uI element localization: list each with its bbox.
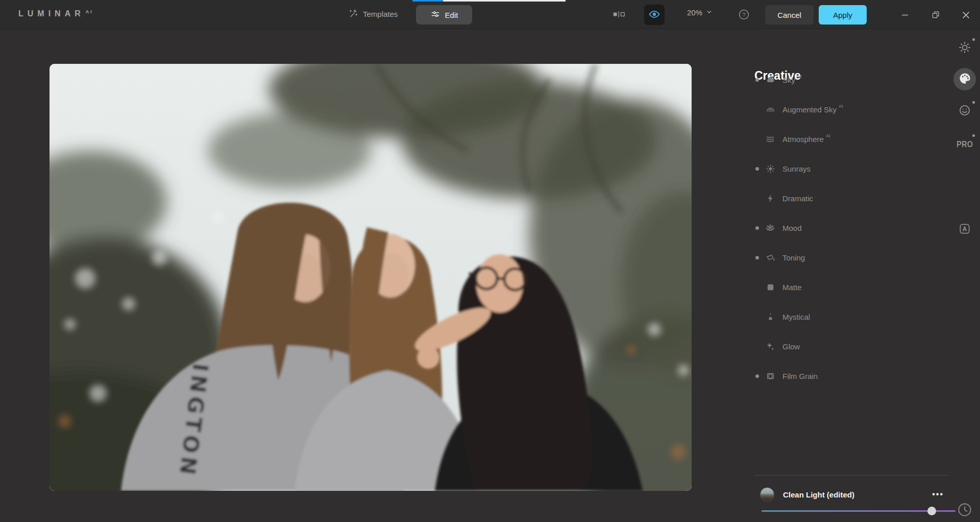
- footer-divider: [754, 475, 948, 476]
- template-options-button[interactable]: •••: [932, 490, 944, 499]
- rainbow-icon: [765, 104, 776, 115]
- paint-bucket-icon: [765, 252, 776, 263]
- slider-track: [762, 510, 955, 512]
- ai-badge: AI: [826, 133, 830, 138]
- panel-item-label: Matte: [782, 283, 802, 292]
- compare-icon: [612, 9, 626, 21]
- rail-item-professional[interactable]: PRO: [953, 133, 976, 156]
- lightning-icon: [765, 193, 776, 204]
- help-button[interactable]: ?: [738, 9, 750, 22]
- sparkle-icon: [765, 341, 776, 352]
- header-bar: LUMINARAI Templates Edit: [0, 0, 980, 29]
- sliders-icon: [430, 9, 440, 21]
- creative-panel: Sky AI Augmented Sky AI Atmosphere AI Su…: [753, 65, 922, 391]
- zoom-level: 20%: [687, 8, 702, 17]
- photo-canvas[interactable]: INGTON: [50, 64, 692, 491]
- edited-indicator-dot: [755, 167, 759, 171]
- face-icon: [958, 104, 971, 119]
- edited-indicator-dot: [755, 374, 759, 378]
- logo-text: LUMINAR: [18, 9, 85, 18]
- help-icon: ?: [738, 9, 750, 22]
- candle-icon: [765, 311, 776, 322]
- notification-dot: [972, 101, 975, 104]
- preview-eye-button[interactable]: [644, 5, 665, 25]
- panel-item-label: Sunrays: [782, 164, 811, 173]
- ai-badge: AI: [839, 104, 843, 109]
- template-name: Clean Light (edited): [783, 490, 854, 499]
- photo-three-women: INGTON: [50, 64, 692, 491]
- panel-item-film-grain[interactable]: Film Grain: [753, 361, 922, 391]
- applied-template-row: Clean Light (edited) •••: [760, 486, 944, 503]
- edit-tab[interactable]: Edit: [416, 5, 472, 25]
- svg-text:?: ?: [742, 12, 745, 18]
- waves-icon: [765, 133, 776, 145]
- panel-item-label: Augmented Sky: [782, 105, 837, 114]
- notification-dot: [972, 134, 975, 137]
- panel-item-toning[interactable]: Toning: [753, 243, 922, 272]
- rail-item-local-adjustments[interactable]: [953, 219, 976, 241]
- panel-item-mood[interactable]: Mood: [753, 213, 922, 243]
- ai-badge: AI: [797, 74, 802, 79]
- template-thumbnail[interactable]: [760, 487, 774, 502]
- magic-wand-icon: [348, 8, 358, 20]
- palette-icon: [958, 72, 972, 87]
- sun-rays-icon: [765, 163, 776, 174]
- chevron-down-icon: [706, 8, 713, 17]
- pro-icon: PRO: [957, 139, 973, 150]
- panel-item-label: Toning: [782, 253, 805, 262]
- panel-item-label: Mood: [782, 224, 802, 232]
- close-button[interactable]: [958, 7, 973, 22]
- panel-item-label: Mystical: [782, 313, 810, 321]
- rail-item-creative[interactable]: [953, 68, 976, 90]
- panel-item-dramatic[interactable]: Dramatic: [753, 183, 922, 213]
- workspace: INGTON: [0, 29, 980, 522]
- rail-item-history[interactable]: [953, 500, 976, 522]
- notification-dot: [972, 38, 975, 41]
- edited-indicator-dot: [755, 256, 759, 259]
- maximize-button[interactable]: [928, 7, 943, 22]
- eye-icon: [648, 8, 660, 22]
- panel-item-atmosphere[interactable]: Atmosphere AI: [753, 124, 922, 154]
- panel-item-label: Film Grain: [782, 372, 818, 381]
- lotus-icon: [765, 222, 776, 233]
- templates-tab[interactable]: Templates: [348, 8, 398, 20]
- panel-item-label: Dramatic: [782, 194, 813, 203]
- progress-fill: [412, 0, 443, 2]
- square-icon: [765, 281, 776, 293]
- cloud-icon: [765, 74, 776, 85]
- logo-ai-sup: AI: [86, 9, 93, 14]
- edited-indicator-dot: [755, 78, 759, 82]
- a-square-icon: [958, 222, 971, 238]
- sun-icon: [958, 41, 971, 56]
- panel-item-label: Glow: [782, 342, 800, 351]
- rail-item-portrait[interactable]: [953, 100, 976, 123]
- panel-item-label: Atmosphere: [782, 135, 824, 144]
- clock-icon: [956, 501, 973, 520]
- templates-label: Templates: [363, 10, 398, 18]
- film-icon: [765, 370, 776, 382]
- slider-thumb[interactable]: [927, 507, 936, 515]
- cancel-button[interactable]: Cancel: [765, 5, 814, 25]
- panel-item-sky[interactable]: Sky AI: [753, 65, 922, 94]
- rail-item-essentials[interactable]: [953, 37, 976, 60]
- panel-item-glow[interactable]: Glow: [753, 331, 922, 361]
- template-amount-slider[interactable]: [762, 507, 955, 515]
- zoom-control[interactable]: 20%: [687, 8, 713, 17]
- panel-item-matte[interactable]: Matte: [753, 272, 922, 302]
- edit-label: Edit: [445, 11, 458, 19]
- panel-item-label: Sky: [782, 76, 795, 84]
- panel-item-augmented-sky[interactable]: Augmented Sky AI: [753, 94, 922, 124]
- top-progress-bar: [412, 0, 566, 2]
- panel-item-mystical[interactable]: Mystical: [753, 302, 922, 331]
- panel-item-sunrays[interactable]: Sunrays: [753, 154, 922, 183]
- app-logo: LUMINARAI: [18, 9, 93, 18]
- minimize-button[interactable]: [897, 7, 913, 22]
- apply-button[interactable]: Apply: [819, 5, 867, 25]
- compare-view-button[interactable]: [612, 9, 626, 21]
- edited-indicator-dot: [755, 226, 759, 230]
